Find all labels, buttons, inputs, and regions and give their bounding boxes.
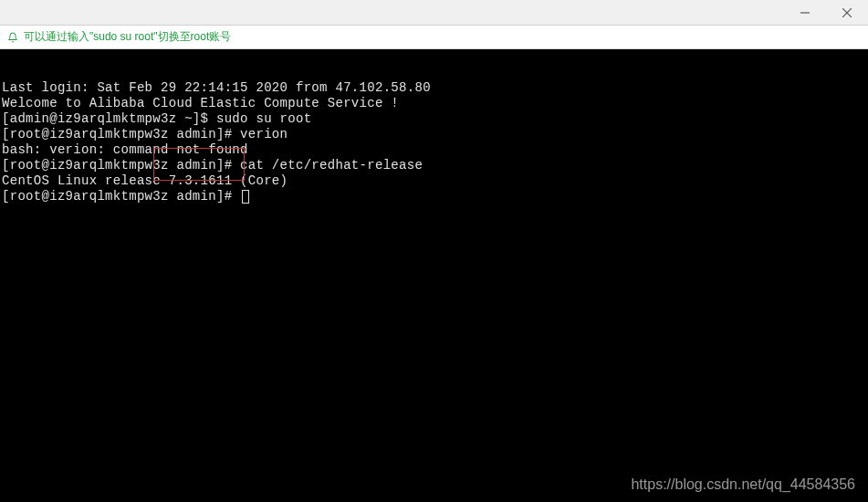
terminal-line: [root@iz9arqlmktmpw3z admin]# cat /etc/r… [2,158,866,173]
terminal-line: [admin@iz9arqlmktmpw3z ~]$ sudo su root [2,111,866,127]
terminal-line: Last login: Sat Feb 29 22:14:15 2020 fro… [2,80,866,96]
terminal-line: [root@iz9arqlmktmpw3z admin]# verion [2,127,866,142]
terminal-line: bash: verion: command not found [2,142,866,158]
minimize-icon [800,8,810,17]
terminal-line: [root@iz9arqlmktmpw3z admin]# [2,189,866,204]
bell-icon [7,32,18,43]
hint-bar: 可以通过输入"sudo su root"切换至root账号 [0,26,868,49]
minimize-button[interactable] [784,0,826,25]
window-titlebar [0,0,868,26]
close-icon [842,8,852,17]
terminal-cursor [242,190,249,204]
terminal-line: Welcome to Alibaba Cloud Elastic Compute… [2,96,866,111]
terminal-line: CentOS Linux release 7.3.1611 (Core) [2,173,866,189]
window-controls [784,0,868,25]
terminal[interactable]: Last login: Sat Feb 29 22:14:15 2020 fro… [0,49,868,502]
close-button[interactable] [826,0,868,25]
hint-text: 可以通过输入"sudo su root"切换至root账号 [24,29,231,45]
